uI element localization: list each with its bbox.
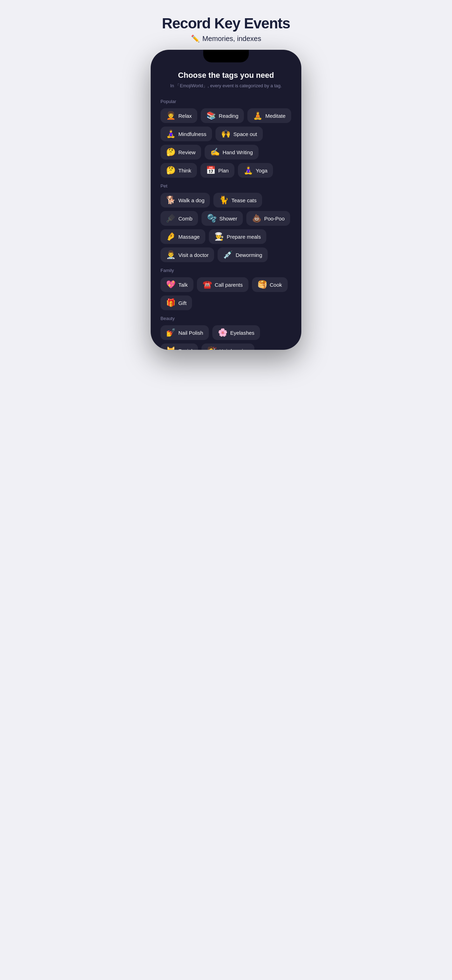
tag-emoji-visit-doctor: 👨‍⚕️ [166, 251, 175, 259]
bottom-area: Beauty 💅Nail Polish 🌸Eyelashes 🐱Facial 💇… [161, 316, 291, 350]
tag-emoji-massage: 🤌 [166, 233, 175, 240]
tag-emoji-poo-poo: 💩 [252, 215, 261, 222]
tag-talk[interactable]: 💖Talk [161, 277, 193, 292]
tag-meditate[interactable]: 🧘Meditate [247, 108, 291, 123]
tag-label-visit-doctor: Visit a doctor [178, 252, 208, 258]
tag-hand-writing[interactable]: ✍️Hand Writing [205, 145, 258, 159]
tag-eyelashes[interactable]: 🌸Eyelashes [212, 325, 260, 340]
tag-tease-cats[interactable]: 🐈Tease cats [213, 193, 262, 207]
tags-group-family: 💖Talk ☎️Call parents 🥞Cook 🎁Gift [161, 277, 291, 310]
tag-label-cook: Cook [270, 282, 282, 288]
tag-space-out[interactable]: 🙌Space out [215, 127, 263, 141]
tag-label-yoga: Yoga [256, 167, 268, 173]
tag-gift[interactable]: 🎁Gift [161, 296, 192, 310]
tag-label-mindfulness: Mindfulness [178, 131, 206, 137]
tag-emoji-prepare-meals: 👨‍🍳 [215, 233, 224, 240]
tag-facial[interactable]: 🐱Facial [161, 344, 198, 350]
tag-relax[interactable]: 🧑‍🦱Relax [161, 108, 197, 123]
tag-label-nail-polish: Nail Polish [178, 330, 203, 336]
section-label-beauty: Beauty [161, 316, 291, 321]
tag-emoji-walk-dog: 🐕 [166, 196, 175, 204]
tag-reading[interactable]: 📚Reading [201, 108, 244, 123]
tag-label-prepare-meals: Prepare meals [227, 234, 261, 240]
tag-label-massage: Massage [178, 234, 200, 240]
tag-label-reading: Reading [219, 113, 238, 119]
tag-emoji-tease-cats: 🐈 [219, 196, 228, 204]
tag-emoji-deworming: 💉 [223, 251, 232, 259]
tags-group-beauty: 💅Nail Polish 🌸Eyelashes 🐱Facial 💇Hairdre… [161, 325, 291, 350]
tag-label-hand-writing: Hand Writing [223, 149, 253, 155]
tag-emoji-meditate: 🧘 [253, 112, 263, 119]
tag-label-eyelashes: Eyelashes [230, 330, 255, 336]
phone-content: Choose the tags you need In 「EmojiWorld」… [151, 62, 301, 350]
tag-yoga[interactable]: 🧘‍♀️Yoga [238, 163, 273, 178]
tag-emoji-plan: 📅 [206, 167, 215, 174]
tag-label-comb: Comb [178, 216, 193, 221]
tag-label-meditate: Meditate [265, 113, 286, 119]
tag-prepare-meals[interactable]: 👨‍🍳Prepare meals [209, 229, 267, 244]
tag-nail-polish[interactable]: 💅Nail Polish [161, 325, 209, 340]
tag-emoji-review: 🤔 [166, 148, 175, 156]
tag-emoji-hairdressing: 💇 [207, 347, 216, 350]
tag-plan[interactable]: 📅Plan [201, 163, 234, 178]
tag-walk-dog[interactable]: 🐕Walk a dog [161, 193, 210, 207]
tag-emoji-relax: 🧑‍🦱 [166, 112, 175, 119]
tags-group-popular: 🧑‍🦱Relax 📚Reading 🧘Meditate 🧘‍♀️Mindfuln… [161, 108, 291, 178]
tag-emoji-mindfulness: 🧘‍♀️ [166, 130, 175, 138]
tag-emoji-call-parents: ☎️ [202, 281, 212, 288]
page-header: Record Key Events ✏️ Memories, indexes [155, 7, 297, 50]
tag-deworming[interactable]: 💉Deworming [218, 247, 268, 262]
tag-call-parents[interactable]: ☎️Call parents [197, 277, 248, 292]
tag-massage[interactable]: 🤌Massage [161, 229, 205, 244]
subtitle-text: Memories, indexes [202, 35, 261, 43]
tag-label-deworming: Deworming [236, 252, 262, 258]
tag-label-gift: Gift [178, 300, 186, 306]
page-title: Record Key Events [162, 16, 290, 32]
tag-cook[interactable]: 🥞Cook [252, 277, 288, 292]
section-label-family: Family [161, 268, 291, 273]
tag-hairdressing[interactable]: 💇Hairdressing [202, 344, 255, 350]
tags-group-pet: 🐕Walk a dog 🐈Tease cats 🪮Comb 🫧Shower 💩P… [161, 193, 291, 262]
tag-emoji-facial: 🐱 [166, 347, 175, 350]
tag-label-hairdressing: Hairdressing [220, 348, 249, 350]
tag-emoji-comb: 🪮 [166, 215, 175, 222]
tag-emoji-space-out: 🙌 [221, 130, 231, 138]
tag-label-call-parents: Call parents [215, 282, 243, 288]
tag-label-walk-dog: Walk a dog [178, 197, 204, 203]
tag-shower[interactable]: 🫧Shower [202, 211, 243, 226]
tag-label-space-out: Space out [233, 131, 257, 137]
tag-emoji-reading: 📚 [206, 112, 216, 119]
subtitle-icon: ✏️ [191, 34, 200, 43]
tag-label-poo-poo: Poo-Poo [264, 216, 285, 221]
tag-label-plan: Plan [218, 167, 229, 173]
tag-emoji-yoga: 🧘‍♀️ [244, 167, 253, 174]
section-label-pet: Pet [161, 183, 291, 189]
tag-emoji-think: 🤔 [166, 167, 175, 174]
tag-mindfulness[interactable]: 🧘‍♀️Mindfulness [161, 127, 212, 141]
section-label-popular: Popular [161, 99, 291, 104]
tag-emoji-hand-writing: ✍️ [210, 148, 220, 156]
tag-label-talk: Talk [178, 282, 188, 288]
tag-label-think: Think [178, 167, 191, 173]
tag-review[interactable]: 🤔Review [161, 145, 201, 159]
phone-frame: Choose the tags you need In 「EmojiWorld」… [151, 50, 301, 350]
tag-label-facial: Facial [178, 348, 193, 350]
screen-title: Choose the tags you need [161, 71, 291, 80]
screen-subtitle: In 「EmojiWorld」, every event is categori… [161, 83, 291, 89]
tag-poo-poo[interactable]: 💩Poo-Poo [246, 211, 290, 226]
tag-comb[interactable]: 🪮Comb [161, 211, 198, 226]
tag-label-shower: Shower [220, 216, 237, 221]
page-wrapper: Record Key Events ✏️ Memories, indexes C… [145, 7, 307, 350]
tag-emoji-eyelashes: 🌸 [218, 329, 228, 336]
tag-emoji-shower: 🫧 [207, 215, 216, 222]
tag-emoji-cook: 🥞 [258, 281, 267, 288]
tag-emoji-talk: 💖 [166, 281, 175, 288]
tag-visit-doctor[interactable]: 👨‍⚕️Visit a doctor [161, 247, 214, 262]
tag-label-tease-cats: Tease cats [231, 197, 256, 203]
tag-emoji-gift: 🎁 [166, 299, 175, 307]
tag-think[interactable]: 🤔Think [161, 163, 197, 178]
notch [203, 50, 249, 62]
tag-emoji-nail-polish: 💅 [166, 329, 175, 336]
page-subtitle: ✏️ Memories, indexes [162, 34, 290, 43]
tag-label-relax: Relax [178, 113, 192, 119]
